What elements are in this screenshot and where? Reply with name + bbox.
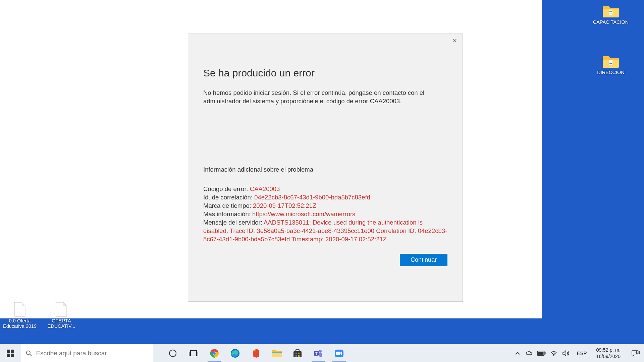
svg-rect-5 [609, 60, 612, 65]
svg-rect-9 [11, 350, 14, 353]
additional-info-header: Información adicional sobre el problema [203, 166, 447, 173]
system-tray: ESP 09:52 p. m. 16/09/2020 8 [514, 344, 644, 362]
svg-rect-19 [272, 352, 282, 353]
file-icon [55, 302, 67, 317]
start-button[interactable] [0, 344, 21, 362]
svg-text:T: T [315, 351, 318, 355]
cortana-icon [169, 350, 176, 357]
svg-rect-21 [296, 353, 297, 354]
svg-rect-10 [7, 354, 10, 357]
svg-point-27 [319, 350, 322, 353]
edge-button[interactable] [225, 344, 245, 362]
file-icon [14, 302, 26, 317]
microsoft-store-button[interactable] [287, 344, 308, 362]
action-center-button[interactable]: 8 [628, 350, 642, 357]
teams-icon: T [313, 348, 323, 358]
error-code-label: Código de error: [203, 185, 250, 192]
svg-rect-32 [538, 352, 544, 355]
svg-rect-20 [293, 351, 302, 357]
desktop-file-label: 0.0 Oferta Educativa 2019 [1, 318, 38, 329]
error-code-value: CAA20003 [250, 185, 280, 192]
svg-point-33 [553, 355, 554, 356]
clock-time: 09:52 p. m. [596, 347, 621, 353]
dialog-title: Se ha producido un error [203, 67, 447, 79]
svg-rect-22 [298, 353, 300, 354]
continue-button[interactable]: Continuar [400, 254, 447, 266]
svg-line-13 [30, 354, 32, 356]
timestamp-value: 2020-09-17T02:52:21Z [253, 202, 316, 209]
correlation-id-label: Id. de correlación: [203, 194, 254, 201]
tray-overflow-icon[interactable] [514, 350, 521, 357]
chrome-icon [209, 348, 219, 358]
volume-icon[interactable] [562, 350, 570, 357]
teams-button[interactable]: T [308, 344, 328, 362]
task-view-icon [190, 350, 197, 356]
language-indicator[interactable]: ESP [575, 350, 589, 356]
dialog-message: No hemos podido iniciar sesión. Si el er… [203, 89, 447, 106]
error-dialog: Se ha producido un error No hemos podido… [188, 34, 463, 302]
office-icon [252, 348, 260, 358]
notification-badge: 8 [636, 351, 640, 354]
dialog-titlebar [188, 34, 463, 47]
svg-rect-29 [336, 352, 340, 355]
server-message-label: Mensaje del servidor: [203, 219, 264, 226]
taskbar-search[interactable] [21, 344, 153, 362]
svg-rect-6 [609, 62, 612, 62]
wifi-icon[interactable] [550, 350, 557, 357]
clock[interactable]: 09:52 p. m. 16/09/2020 [593, 347, 623, 359]
desktop-folder-capacitacion[interactable]: CAPACITACION [592, 3, 629, 25]
search-input[interactable] [36, 350, 153, 357]
store-icon [293, 349, 302, 358]
timestamp-label: Marca de tiempo: [203, 202, 253, 209]
svg-rect-23 [296, 355, 297, 357]
correlation-id-value: 04e22cb3-8c67-43d1-9b00-bda5b7c83efd [254, 194, 370, 201]
moreinfo-label: Más información: [203, 210, 252, 218]
zoom-icon [334, 348, 344, 358]
folder-icon [602, 54, 620, 68]
onedrive-icon[interactable] [526, 350, 532, 357]
svg-rect-3 [609, 11, 612, 12]
taskbar-apps: T [153, 344, 349, 362]
close-button[interactable] [447, 35, 463, 46]
svg-point-12 [26, 351, 30, 354]
svg-rect-31 [545, 352, 546, 354]
search-icon [26, 350, 32, 357]
svg-rect-4 [609, 13, 612, 13]
svg-rect-11 [11, 354, 14, 357]
moreinfo-link[interactable]: https://www.microsoft.com/wamerrors [252, 210, 355, 218]
timestamp-line: Marca de tiempo: 2020-09-17T02:52:21Z [203, 202, 447, 210]
file-explorer-button[interactable] [267, 344, 287, 362]
error-code-line: Código de error: CAA20003 [203, 185, 447, 193]
correlation-id-line: Id. de correlación: 04e22cb3-8c67-43d1-9… [203, 193, 447, 202]
task-view-button[interactable] [183, 344, 204, 362]
edge-icon [230, 348, 240, 358]
svg-point-17 [213, 352, 216, 355]
dialog-body: Se ha producido un error No hemos podido… [188, 47, 463, 301]
cortana-button[interactable] [163, 344, 183, 362]
server-message-line: Mensaje del servidor: AADSTS135011: Devi… [203, 219, 447, 244]
desktop-folder-label: DIRECCION [592, 70, 629, 75]
battery-icon[interactable] [537, 351, 546, 356]
desktop-folder-label: CAPACITACION [592, 19, 629, 25]
close-icon [453, 39, 457, 43]
desktop-file-label: OFERTA EDUCATIV... [43, 318, 80, 329]
clock-date: 16/09/2020 [596, 353, 621, 359]
moreinfo-line: Más información: https://www.microsoft.c… [203, 210, 447, 219]
dialog-button-row: Continuar [203, 254, 447, 266]
folder-icon [602, 3, 620, 18]
office-button[interactable] [246, 344, 266, 362]
zoom-button[interactable] [329, 344, 349, 362]
desktop-file-oferta-2019[interactable]: 0.0 Oferta Educativa 2019 [1, 302, 38, 329]
svg-rect-24 [298, 355, 300, 357]
chrome-button[interactable] [204, 344, 224, 362]
taskbar: T [0, 344, 644, 362]
windows-logo-icon [7, 350, 14, 357]
svg-rect-2 [609, 10, 612, 15]
file-explorer-icon [271, 349, 282, 358]
desktop-file-oferta-educativ[interactable]: OFERTA EDUCATIV... [43, 302, 80, 329]
svg-rect-7 [609, 63, 612, 64]
taskbar-spacer [349, 344, 514, 362]
desktop-folder-direccion[interactable]: DIRECCION [592, 54, 629, 75]
svg-rect-8 [7, 350, 10, 353]
